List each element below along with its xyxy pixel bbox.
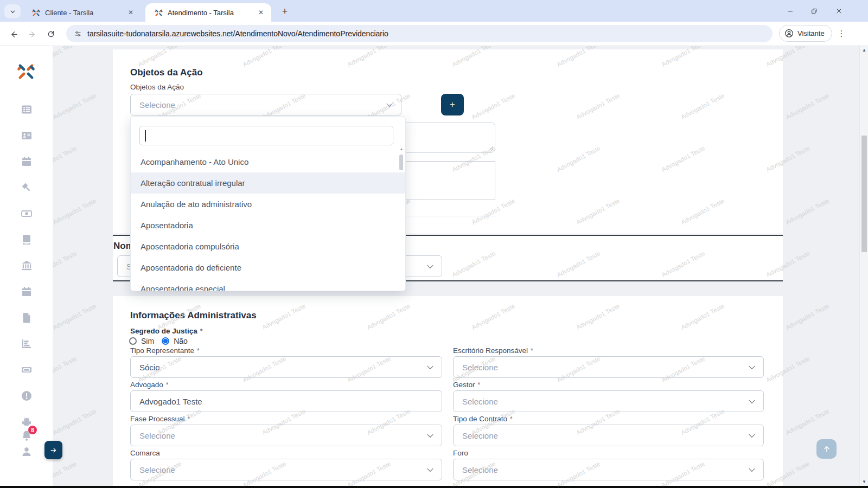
- dropdown-item[interactable]: Aposentadoria especial: [131, 278, 406, 291]
- field-label: Advogado*: [130, 381, 442, 389]
- minimize-button[interactable]: [778, 0, 802, 22]
- sidebar-nav: [0, 103, 53, 428]
- back-icon[interactable]: [7, 27, 21, 41]
- money-icon[interactable]: [20, 207, 33, 220]
- book-icon[interactable]: [20, 233, 33, 246]
- profile-sidebar-icon[interactable]: [20, 445, 33, 458]
- scrollbar-down-icon[interactable]: ▼: [860, 478, 868, 485]
- resize-grip-icon[interactable]: [488, 146, 494, 151]
- watermark-text: Advogado1 Teste: [784, 92, 830, 120]
- notifications-bell-icon[interactable]: 8: [20, 429, 35, 443]
- admin-card: Informações Administrativas Segredo de J…: [113, 296, 783, 486]
- select-tipo-representante[interactable]: Sócio: [130, 356, 442, 378]
- admin-heading: Informações Administrativas: [130, 310, 257, 321]
- select-escritorio-responsavel[interactable]: Selecione: [453, 356, 764, 378]
- ticket-icon[interactable]: [20, 363, 33, 376]
- form-field-escritorio-responsavel: Escritório Responsável*Selecione: [453, 346, 764, 378]
- field-label: Foro: [453, 449, 764, 457]
- profile-button[interactable]: Visitante: [779, 25, 832, 42]
- calendar-icon[interactable]: [20, 155, 33, 168]
- field-value: Sócio: [139, 363, 160, 372]
- textarea-field[interactable]: [401, 161, 495, 200]
- screen-edge: [0, 486, 868, 488]
- page-scrollbar: ▲ ▼: [859, 46, 868, 486]
- select-tipo-de-contrato[interactable]: Selecione: [453, 425, 764, 446]
- radio-sim-label[interactable]: Sim: [141, 337, 154, 345]
- required-asterisk: *: [166, 381, 169, 389]
- dropdown-item[interactable]: Alteração contratual irregular: [131, 172, 406, 194]
- tab-close-icon[interactable]: ✕: [256, 8, 266, 17]
- admin-fields-grid: Tipo Representante*SócioEscritório Respo…: [130, 346, 764, 480]
- close-window-button[interactable]: [827, 0, 851, 22]
- form-field-fase-processual: Fase Processual*Selecione: [130, 415, 442, 446]
- scrollbar-thumb[interactable]: [861, 136, 867, 252]
- alert-icon[interactable]: [20, 389, 33, 402]
- dropdown-item[interactable]: Acompanhamento - Ato Unico: [131, 151, 406, 172]
- watermark-text: Advogado1 Teste: [784, 408, 830, 436]
- watermark-text: Advogado1 Teste: [53, 408, 97, 436]
- required-asterisk: *: [478, 381, 481, 389]
- bank-icon[interactable]: [20, 259, 33, 272]
- required-asterisk: *: [531, 347, 533, 355]
- url-bar[interactable]: tarsilasuite-tudonatarsila.azurewebsites…: [66, 25, 773, 42]
- watermark-text: Advogado1 Teste: [53, 355, 78, 383]
- select-advogado[interactable]: Advogado1 Teste: [130, 390, 442, 412]
- scrollbar-up-icon[interactable]: ▲: [860, 46, 868, 54]
- select-foro[interactable]: Selecione: [453, 459, 764, 480]
- notification-badge: 8: [28, 426, 37, 434]
- tab-search-button[interactable]: [4, 4, 21, 18]
- segredo-radio-group: Sim Não: [129, 337, 193, 345]
- text-cursor: [145, 130, 146, 142]
- person-circle-icon: [784, 28, 794, 38]
- profile-label: Visitante: [797, 29, 825, 37]
- gavel-icon[interactable]: [20, 181, 33, 194]
- dropdown-scrollbar-thumb[interactable]: [399, 155, 403, 170]
- dropdown-item[interactable]: Aposentadoria do deficiente: [131, 257, 406, 278]
- textarea-field[interactable]: [399, 122, 495, 153]
- watermark-text: Advogado1 Teste: [53, 46, 78, 68]
- tarsila-logo[interactable]: [16, 61, 36, 82]
- add-objeto-button[interactable]: +: [441, 94, 464, 115]
- field-label: Comarca: [130, 449, 442, 457]
- objetos-select-value: Selecione: [139, 100, 175, 110]
- divider: [401, 216, 496, 216]
- select-gestor[interactable]: Selecione: [453, 390, 764, 412]
- dropdown-item[interactable]: Aposentadoria: [131, 215, 406, 236]
- calendar-icon[interactable]: [20, 285, 33, 298]
- restore-button[interactable]: [802, 0, 826, 22]
- objetos-select[interactable]: Selecione: [130, 94, 401, 115]
- dropdown-item[interactable]: Aposentadoria compulsória: [131, 236, 406, 257]
- new-tab-button[interactable]: +: [278, 5, 292, 18]
- tab-cliente[interactable]: Cliente - Tarsila ✕: [23, 3, 141, 22]
- site-info-icon[interactable]: [74, 30, 82, 38]
- contact-card-icon[interactable]: [20, 129, 33, 142]
- browser-menu-icon[interactable]: ⋮: [834, 26, 848, 41]
- dropdown-item[interactable]: Anulação de ato administrativo: [131, 194, 406, 215]
- list-icon[interactable]: [20, 103, 33, 116]
- required-asterisk: *: [197, 347, 200, 355]
- radio-sim[interactable]: [129, 337, 137, 345]
- tab-close-icon[interactable]: ✕: [126, 8, 136, 17]
- objetos-dropdown-panel: Acompanhamento - Ato UnicoAlteração cont…: [130, 116, 406, 291]
- dropdown-search-input[interactable]: [139, 126, 393, 145]
- dropdown-list: Acompanhamento - Ato UnicoAlteração cont…: [131, 151, 406, 291]
- watermark-text: Advogado1 Teste: [53, 460, 78, 486]
- chevron-down-icon: [749, 466, 755, 472]
- field-label: Gestor*: [453, 381, 764, 389]
- field-value: Advogado1 Teste: [139, 397, 202, 406]
- scroll-up-icon[interactable]: ▲: [399, 147, 404, 151]
- watermark-text: Advogado1 Teste: [53, 197, 97, 226]
- sidebar-expand-button[interactable]: [44, 441, 62, 459]
- tab-atendimento[interactable]: Atendimento - Tarsila ✕: [145, 3, 271, 22]
- chevron-down-icon: [749, 363, 755, 369]
- select-comarca[interactable]: Selecione: [130, 459, 442, 480]
- scroll-to-top-button[interactable]: [816, 439, 837, 459]
- radio-nao[interactable]: [162, 337, 169, 345]
- field-value: Selecione: [462, 363, 498, 372]
- radio-nao-label[interactable]: Não: [174, 337, 188, 345]
- refresh-icon[interactable]: [44, 27, 58, 41]
- document-icon[interactable]: [20, 311, 33, 324]
- select-fase-processual[interactable]: Selecione: [130, 425, 442, 446]
- chart-icon[interactable]: [20, 337, 33, 350]
- forward-icon[interactable]: [25, 27, 39, 41]
